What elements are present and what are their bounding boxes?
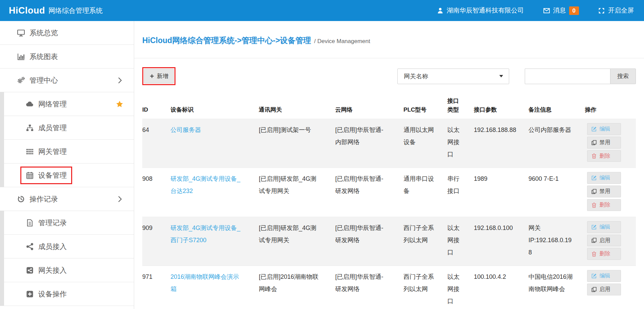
trash-icon bbox=[591, 251, 597, 257]
device-link[interactable]: 研发部_4G测试专用设备_台达232 bbox=[170, 175, 240, 194]
edit-button[interactable]: 编辑 bbox=[587, 221, 621, 233]
column-header: 接口类型 bbox=[447, 97, 474, 119]
device-link[interactable]: 研发部_4G测试专用设备_西门子S7200 bbox=[170, 225, 240, 244]
trash-icon bbox=[591, 202, 597, 208]
action-label: 启用 bbox=[600, 237, 610, 244]
edit-button[interactable]: 编辑 bbox=[587, 123, 621, 135]
column-header: 操作 bbox=[585, 97, 636, 119]
gateway-filter-select[interactable]: 网关名称 bbox=[397, 69, 509, 84]
toggle-state-button[interactable]: 启用 bbox=[587, 235, 621, 247]
sidebar-item-0[interactable]: 系统总览 bbox=[0, 21, 134, 45]
sidebar-item-8[interactable]: 管理记录 bbox=[0, 211, 134, 235]
sidebar-item-11[interactable]: 设备操作 bbox=[0, 282, 134, 306]
share-square-icon bbox=[26, 266, 34, 274]
sidebar-item-7[interactable]: 操作记录 bbox=[0, 187, 134, 211]
sidebar-item-2[interactable]: 管理中心 bbox=[0, 69, 134, 92]
gears-icon bbox=[17, 76, 25, 84]
cell-remark: 中国电信2016湖南物联网峰会 bbox=[528, 266, 585, 309]
delete-button[interactable]: 删除 bbox=[587, 248, 621, 260]
sidebar-item-label: 成员管理 bbox=[38, 123, 67, 133]
cell-interface-type: 以太网接口 bbox=[447, 119, 474, 168]
search-button[interactable]: 搜索 bbox=[610, 69, 636, 84]
main-content: HiCloud网络综合管理系统->管理中心->设备管理 / Device Man… bbox=[134, 21, 644, 309]
add-device-button[interactable]: 新增 bbox=[144, 69, 174, 83]
cell-plc-model: 通用串口设备 bbox=[403, 168, 447, 217]
sidebar-item-content: 设备管理 bbox=[20, 167, 72, 184]
messages-label: 消息 bbox=[553, 6, 566, 15]
cell-actions: 编辑 启用 删除 bbox=[585, 217, 636, 266]
history-icon bbox=[17, 195, 25, 203]
share-icon bbox=[26, 243, 34, 251]
sidebar-item-10[interactable]: 网关接入 bbox=[0, 258, 134, 282]
cell-id: 64 bbox=[142, 119, 170, 168]
sidebar-item-content: 网络管理 bbox=[20, 95, 72, 113]
cell-plc-model: 西门子全系列以太网 bbox=[403, 217, 447, 266]
column-header: 通讯网关 bbox=[259, 97, 335, 119]
sidebar-item-label: 设备操作 bbox=[38, 289, 67, 299]
sidebar-item-label: 设备管理 bbox=[38, 171, 67, 180]
filter-selected-value: 网关名称 bbox=[404, 72, 428, 80]
search-input[interactable] bbox=[525, 69, 610, 84]
column-header: 接口参数 bbox=[474, 97, 528, 119]
bar-chart-icon bbox=[17, 53, 25, 61]
cell-interface-param: 1989 bbox=[474, 168, 528, 217]
sidebar-item-content: 成员接入 bbox=[20, 238, 72, 255]
chevron-right-icon bbox=[118, 195, 122, 203]
sidebar-item-5[interactable]: 网关管理 bbox=[0, 140, 134, 163]
toggle-state-button[interactable]: 禁用 bbox=[587, 137, 621, 149]
sidebar-item-content: 网关接入 bbox=[20, 262, 72, 279]
sidebar-item-6[interactable]: 设备管理 bbox=[0, 163, 134, 187]
action-label: 删除 bbox=[600, 250, 610, 257]
company-name: 湖南华辰智通科技有限公司 bbox=[447, 6, 524, 15]
toggle-icon bbox=[591, 287, 597, 292]
cell-remark: 9600 7-E-1 bbox=[528, 168, 585, 217]
action-label: 编辑 bbox=[600, 272, 610, 279]
cell-network: [已启用]华辰智通-研发网络 bbox=[335, 266, 404, 309]
cell-network: [已启用]华辰智通-研发网络 bbox=[335, 217, 404, 266]
cell-remark: 公司内部服务器 bbox=[528, 119, 585, 168]
cell-id: 909 bbox=[142, 217, 170, 266]
calendar-icon bbox=[26, 171, 34, 179]
device-link[interactable]: 公司服务器 bbox=[170, 127, 201, 133]
cell-remark: 网关IP:192.168.0.198 bbox=[528, 217, 585, 266]
add-button-label: 新增 bbox=[157, 72, 168, 80]
edit-button[interactable]: 编辑 bbox=[587, 172, 621, 184]
sidebar-item-9[interactable]: 成员接入 bbox=[0, 235, 134, 258]
action-label: 编辑 bbox=[600, 174, 610, 181]
sidebar-item-4[interactable]: 成员管理 bbox=[0, 116, 134, 140]
sidebar-item-1[interactable]: 系统图表 bbox=[0, 45, 134, 69]
cell-network: [已启用]华辰智通-内部网络 bbox=[335, 119, 404, 168]
action-label: 删除 bbox=[600, 153, 610, 160]
user-icon bbox=[437, 7, 444, 14]
cell-interface-type: 串行接口 bbox=[447, 168, 474, 217]
toggle-icon bbox=[591, 189, 597, 194]
toggle-state-button[interactable]: 启用 bbox=[587, 284, 621, 295]
messages-menu[interactable]: 消息 0 bbox=[543, 6, 579, 15]
cell-interface-param: 100.100.4.2 bbox=[474, 266, 528, 309]
account-menu[interactable]: 湖南华辰智通科技有限公司 bbox=[437, 6, 524, 15]
toolbar: 新增 网关名称 搜索 bbox=[142, 67, 636, 85]
action-label: 编辑 bbox=[600, 224, 610, 231]
cell-interface-param: 192.168.188.88 bbox=[474, 119, 528, 168]
toggle-icon bbox=[591, 237, 597, 243]
envelope-icon bbox=[543, 7, 550, 14]
edit-button[interactable]: 编辑 bbox=[587, 270, 621, 282]
sidebar-item-3[interactable]: 网络管理 bbox=[0, 92, 134, 116]
cell-interface-param: 192.168.0.100 bbox=[474, 217, 528, 266]
delete-button[interactable]: 删除 bbox=[587, 199, 621, 211]
device-link[interactable]: 2016湖南物联网峰会演示箱 bbox=[170, 273, 239, 292]
sidebar-item-label: 成员接入 bbox=[38, 242, 67, 251]
edit-icon bbox=[591, 175, 597, 181]
messages-count-badge: 0 bbox=[569, 6, 579, 15]
action-label: 启用 bbox=[600, 286, 610, 293]
sidebar-item-label: 管理中心 bbox=[29, 76, 58, 85]
delete-button[interactable]: 删除 bbox=[587, 150, 621, 162]
action-label: 禁用 bbox=[600, 188, 610, 195]
toggle-state-button[interactable]: 禁用 bbox=[587, 186, 621, 197]
fullscreen-toggle[interactable]: 开启全屏 bbox=[598, 6, 634, 15]
fullscreen-icon bbox=[598, 7, 605, 14]
grid-icon bbox=[26, 148, 34, 156]
column-header: 备注信息 bbox=[528, 97, 585, 119]
edit-icon bbox=[591, 273, 597, 279]
desktop-icon bbox=[17, 29, 25, 37]
